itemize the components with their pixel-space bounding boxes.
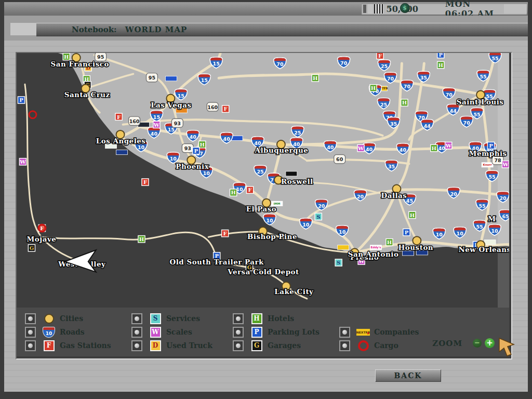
svg-text:Versa Cold Depot: Versa Cold Depot <box>227 268 299 276</box>
svg-text:40: 40 <box>366 147 373 152</box>
legend-checkbox-hotels[interactable] <box>233 313 244 324</box>
garages-icon: G <box>251 340 262 351</box>
us-route-shield-160: 160 <box>207 102 218 111</box>
map-badge-F: F <box>246 187 253 193</box>
svg-text:10: 10 <box>138 144 145 150</box>
svg-text:40: 40 <box>254 140 261 146</box>
city-mojave: Mojave <box>26 235 56 243</box>
company-logo <box>165 76 177 81</box>
svg-text:W: W <box>357 145 364 151</box>
svg-text:40: 40 <box>400 147 407 153</box>
legend-icon-wrap: S <box>149 313 162 324</box>
map-badge-P: P <box>403 229 410 235</box>
legend-checkbox-cities[interactable] <box>25 313 36 324</box>
legend-label: Scales <box>166 328 192 336</box>
svg-text:W: W <box>153 122 160 128</box>
svg-text:70: 70 <box>276 61 284 67</box>
svg-text:Las Vegas: Las Vegas <box>151 101 191 109</box>
checkbox-dot <box>236 330 241 335</box>
city-roswell: Roswell <box>274 176 313 185</box>
map-badge-F: F <box>222 230 229 236</box>
legend-checkbox-gas[interactable] <box>25 340 36 351</box>
svg-text:44: 44 <box>424 123 431 129</box>
company-logo <box>286 171 297 176</box>
legend-icon-wrap: NEXTFR★ <box>356 329 370 336</box>
legend-checkbox-used[interactable] <box>131 340 142 351</box>
city-m: M <box>488 215 496 223</box>
world-map-svg[interactable]: NEXTFREddy'sIMMKnorr15151515157070707070… <box>17 53 509 308</box>
legend-checkbox-roads[interactable] <box>25 327 36 338</box>
legend-item-services: SServices <box>131 312 200 325</box>
svg-text:H: H <box>313 75 318 81</box>
svg-text:55: 55 <box>474 112 481 117</box>
checkbox-dot <box>236 343 241 348</box>
legend-icon-wrap: F <box>42 340 56 351</box>
svg-text:40: 40 <box>327 144 334 150</box>
checkbox-dot <box>28 330 33 335</box>
svg-text:H: H <box>410 212 415 218</box>
map-legend: CargoNEXTFR★CompaniesGGaragesPParking Lo… <box>17 308 509 356</box>
svg-text:P: P <box>405 230 409 235</box>
status-chip-light <box>368 4 373 14</box>
map-badge-S: S <box>315 213 322 220</box>
svg-text:40: 40 <box>438 145 446 151</box>
map-badge-W: W <box>153 121 160 128</box>
legend-checkbox-services[interactable] <box>131 313 142 324</box>
map-badge-G: G <box>28 245 35 251</box>
svg-text:40: 40 <box>190 134 197 140</box>
company-logo <box>116 150 128 155</box>
svg-text:Dallas: Dallas <box>381 191 407 200</box>
city-old-south-trailer-park: Old South Trailer Park <box>169 258 264 266</box>
svg-text:H: H <box>231 190 236 195</box>
legend-checkbox-garages[interactable] <box>233 340 244 351</box>
svg-text:10: 10 <box>491 228 498 234</box>
legend-label: Services <box>166 314 200 323</box>
svg-text:P: P <box>439 53 443 58</box>
legend-checkbox-cargo[interactable] <box>339 340 350 351</box>
status-right-panel: 50,000 $ MON 06:02 AM <box>362 3 527 15</box>
header-band: Notebook: WORLD MAP <box>4 16 528 41</box>
svg-text:15: 15 <box>178 92 184 98</box>
svg-text:10: 10 <box>203 170 210 176</box>
back-button[interactable]: BACK <box>375 369 441 382</box>
status-chip <box>363 5 366 13</box>
companies-icon: NEXTFR★ <box>356 329 370 336</box>
legend-label: Cargo <box>374 341 398 350</box>
svg-text:55: 55 <box>491 56 498 61</box>
used-icon: D <box>150 340 161 351</box>
svg-text:15: 15 <box>153 114 160 120</box>
zoom-out-button[interactable]: − <box>473 339 482 348</box>
notebook-page: NEXTFREddy'sIMMKnorr15151515157070707070… <box>4 41 528 392</box>
svg-text:Lake City: Lake City <box>274 287 314 296</box>
game-screen: 50,000 $ MON 06:02 AM Notebook: WORLD MA… <box>0 0 532 399</box>
svg-text:25: 25 <box>380 102 387 108</box>
svg-text:G: G <box>30 245 34 251</box>
svg-text:10: 10 <box>170 156 177 162</box>
parking-icon: P <box>251 327 262 338</box>
svg-text:F: F <box>117 114 121 120</box>
legend-label: Used Truck <box>166 341 212 350</box>
svg-text:Bishop Pine: Bishop Pine <box>247 232 297 241</box>
svg-text:Santa Cruz: Santa Cruz <box>64 90 110 98</box>
map-badge-P: P <box>437 53 444 58</box>
map-badge-F: F <box>377 53 383 59</box>
hotels-icon: H <box>251 313 262 324</box>
legend-item-cities: Cities <box>25 312 83 325</box>
svg-text:35: 35 <box>388 164 395 169</box>
svg-text:W: W <box>445 143 452 149</box>
map-badge-H: H <box>409 211 416 218</box>
svg-text:H: H <box>64 54 69 60</box>
legend-item-companies: NEXTFR★Companies <box>339 326 419 338</box>
notebook-label: Notebook: <box>72 25 117 34</box>
legend-checkbox-scales[interactable] <box>131 327 142 338</box>
svg-text:10: 10 <box>436 232 443 237</box>
svg-text:F: F <box>223 231 227 236</box>
legend-checkbox-parking[interactable] <box>233 327 244 338</box>
zoom-in-button[interactable]: + <box>485 338 495 348</box>
svg-text:S: S <box>337 260 340 265</box>
svg-text:San Francisco: San Francisco <box>51 60 109 68</box>
svg-text:W: W <box>19 159 26 165</box>
checkbox-dot <box>28 343 33 348</box>
legend-label: Cities <box>60 314 83 323</box>
legend-checkbox-companies[interactable] <box>339 327 350 338</box>
